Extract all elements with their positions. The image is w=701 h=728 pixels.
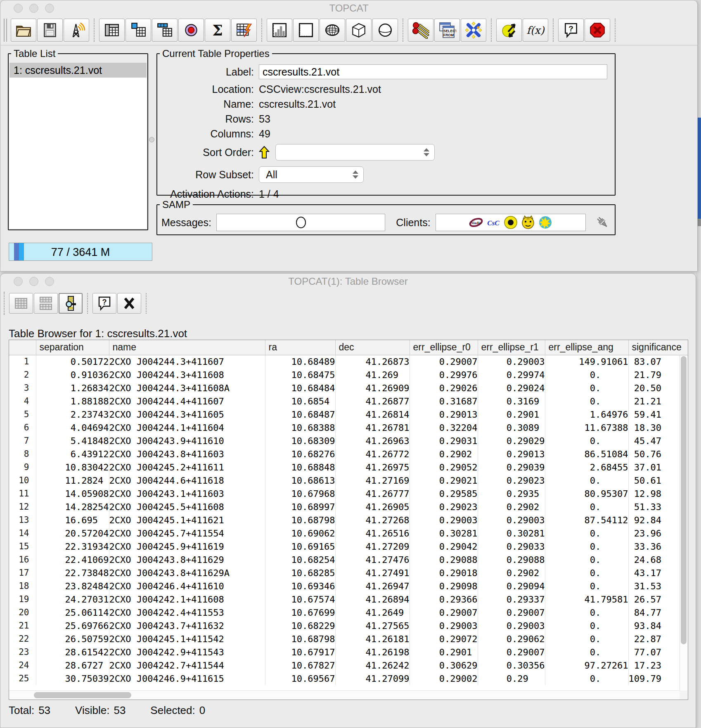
cell-err_ellipse_ang[interactable]: 0. <box>545 500 628 513</box>
cell-dec[interactable]: 41.26963 <box>335 434 410 447</box>
cell-separation[interactable]: 1.88188 <box>36 395 109 408</box>
table-row[interactable]: 1522.319342CXO J004245.9+41161910.691654… <box>9 540 688 553</box>
cell-separation[interactable]: 22.31934 <box>36 540 109 553</box>
function-button[interactable]: f(x) <box>523 19 548 42</box>
cell-err_ellipse_ang[interactable]: 0. <box>545 434 628 447</box>
cell-ra[interactable]: 10.68487 <box>265 408 335 421</box>
cell-separation[interactable]: 30.75039 <box>36 672 109 685</box>
cell-err_ellipse_ang[interactable]: 0. <box>545 395 628 408</box>
cell-separation[interactable]: 1.26834 <box>36 381 109 395</box>
cell-separation[interactable]: 14.05908 <box>36 487 109 500</box>
cell-err_ellipse_ang[interactable]: 11.67388 <box>545 421 628 434</box>
cell-err_ellipse_ang[interactable]: 0. <box>545 672 628 685</box>
cell-err_ellipse_ang[interactable]: 0. <box>545 606 628 619</box>
cell-err_ellipse_ang[interactable]: 97.27261 <box>545 659 628 672</box>
cell-dec[interactable]: 41.26242 <box>335 659 410 672</box>
close-button[interactable] <box>117 293 141 314</box>
cell-name[interactable]: 2CXO J004244.6+411618 <box>109 474 265 487</box>
cell-separation[interactable]: 25.06114 <box>36 606 109 619</box>
cell-dec[interactable]: 41.26894 <box>335 593 410 606</box>
cell-name[interactable]: 2CXO J004245.5+411608 <box>109 500 265 513</box>
activation-window-button[interactable] <box>231 19 257 42</box>
cell-separation[interactable]: 4.04694 <box>36 421 109 434</box>
cell-dec[interactable]: 41.27268 <box>335 513 410 527</box>
table-row[interactable]: 1214.282542CXO J004245.5+41160810.689974… <box>9 500 688 513</box>
cell-separation[interactable]: 2.23743 <box>36 408 109 421</box>
minimize-window-button[interactable] <box>29 4 38 13</box>
cell-err_ellipse_r0[interactable]: 0.29585 <box>410 487 478 500</box>
cell-separation[interactable]: 25.69766 <box>36 619 109 632</box>
cell-dec[interactable]: 41.26781 <box>335 421 410 434</box>
cell-err_ellipse_ang[interactable]: 80.95307 <box>545 487 628 500</box>
exit-button[interactable] <box>585 19 610 42</box>
cell-dec[interactable]: 41.26975 <box>335 461 410 474</box>
cell-separation[interactable]: 20.57204 <box>36 527 109 540</box>
cell-err_ellipse_ang[interactable]: 0. <box>545 579 628 593</box>
cell-err_ellipse_r0[interactable]: 0.30629 <box>410 659 478 672</box>
cell-ra[interactable]: 10.68798 <box>265 632 335 645</box>
cell-ra[interactable]: 10.68285 <box>265 566 335 579</box>
cell-dec[interactable]: 41.2649 <box>335 606 410 619</box>
cell-dec[interactable]: 41.269 <box>335 368 410 381</box>
cell-err_ellipse_r1[interactable]: 0.3089 <box>478 421 545 434</box>
cell-separation[interactable]: 6.43912 <box>36 447 109 461</box>
cell-name[interactable]: 2CXO J004245.1+411542 <box>109 632 265 645</box>
table-row[interactable]: 1722.738482CXO J004243.8+411629A10.68285… <box>9 566 688 579</box>
row-subset-combo[interactable]: All <box>259 166 364 183</box>
cell-err_ellipse_r0[interactable]: 0.29018 <box>410 566 478 579</box>
crossmatch-button[interactable] <box>461 19 486 42</box>
cell-err_ellipse_r1[interactable]: 0.29023 <box>478 474 545 487</box>
cell-err_ellipse_r0[interactable]: 0.29003 <box>410 513 478 527</box>
cell-separation[interactable]: 11.2824 <box>36 474 109 487</box>
cell-dec[interactable]: 41.26877 <box>335 395 410 408</box>
cell-ra[interactable]: 10.68309 <box>265 434 335 447</box>
cell-err_ellipse_r1[interactable]: 0.29007 <box>478 645 545 659</box>
cell-err_ellipse_r0[interactable]: 0.31687 <box>410 395 478 408</box>
cell-name[interactable]: 2CXO J004245.7+411554 <box>109 527 265 540</box>
cell-separation[interactable]: 22.41069 <box>36 553 109 566</box>
cell-err_ellipse_ang[interactable]: 0. <box>545 368 628 381</box>
cell-name[interactable]: 2CXO J004243.8+411629A <box>109 566 265 579</box>
sort-order-combo[interactable] <box>275 144 435 161</box>
table-row[interactable]: 10.501722CXO J004244.3+41160710.6848941.… <box>9 355 688 368</box>
cell-err_ellipse_r1[interactable]: 0.29 <box>478 672 545 685</box>
table-row[interactable]: 2530.750392CXO J004246.9+41161510.695674… <box>9 672 688 685</box>
table-row[interactable]: 2125.697662CXO J004243.7+41163210.682294… <box>9 619 688 632</box>
cell-err_ellipse_r0[interactable]: 0.2901 <box>410 645 478 659</box>
table-row[interactable]: 1420.572042CXO J004245.7+41155410.690624… <box>9 527 688 540</box>
cell-err_ellipse_r1[interactable]: 0.2902 <box>478 566 545 579</box>
help-button[interactable]: ? <box>558 19 584 42</box>
table-row[interactable]: 1924.270312CXO J004242.1+41160810.675744… <box>9 593 688 606</box>
cell-separation[interactable]: 28.61542 <box>36 645 109 659</box>
cell-err_ellipse_ang[interactable]: 41.79581 <box>545 593 628 606</box>
cell-err_ellipse_r0[interactable]: 0.29013 <box>410 408 478 421</box>
cell-err_ellipse_r1[interactable]: 0.29003 <box>478 619 545 632</box>
help-button[interactable]: ? <box>92 293 116 314</box>
table-row[interactable]: 1011.2824 2CXO J004244.6+41161810.686134… <box>9 474 688 487</box>
samp-connect-button[interactable] <box>595 215 610 230</box>
broadcast-button[interactable] <box>64 19 89 42</box>
cell-name[interactable]: 2CXO J004243.7+411632 <box>109 619 265 632</box>
cell-dec[interactable]: 41.26198 <box>335 645 410 659</box>
cell-ra[interactable]: 10.68848 <box>265 461 335 474</box>
cell-dec[interactable]: 41.26905 <box>335 500 410 513</box>
cell-err_ellipse_r0[interactable]: 0.29007 <box>410 355 478 368</box>
column-header[interactable]: err_ellipse_r1 <box>478 340 545 355</box>
columns-window-button[interactable] <box>126 19 151 42</box>
cell-err_ellipse_ang[interactable]: 0. <box>545 632 628 645</box>
cell-dec[interactable]: 41.27565 <box>335 619 410 632</box>
cell-err_ellipse_r0[interactable]: 0.29098 <box>410 579 478 593</box>
cell-err_ellipse_r0[interactable]: 0.29003 <box>410 619 478 632</box>
cell-name[interactable]: 2CXO J004246.4+411610 <box>109 579 265 593</box>
cell-separation[interactable]: 10.83042 <box>36 461 109 474</box>
cell-err_ellipse_ang[interactable]: 0. <box>545 619 628 632</box>
cell-dec[interactable]: 41.26814 <box>335 408 410 421</box>
vertical-scrollbar[interactable] <box>680 355 688 690</box>
cell-ra[interactable]: 10.69165 <box>265 540 335 553</box>
cell-name[interactable]: 2CXO J004242.1+411608 <box>109 593 265 606</box>
cell-err_ellipse_r0[interactable]: 0.29026 <box>410 381 478 395</box>
sky-plot-button[interactable] <box>320 19 345 42</box>
toolbar-drag-handle[interactable] <box>4 19 7 42</box>
topcat-dot-client-icon[interactable] <box>503 215 518 230</box>
column-header[interactable]: err_ellipse_r0 <box>410 340 478 355</box>
